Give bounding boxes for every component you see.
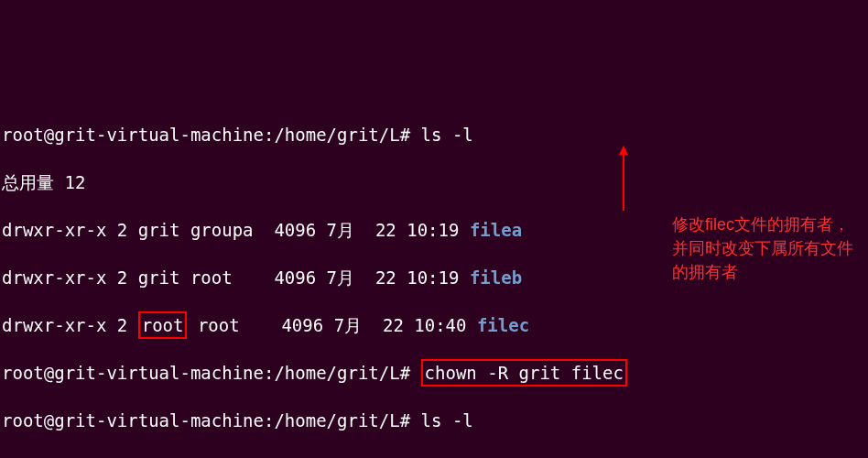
perm: drwxr-xr-x 2 grit groupa 4096 7月 22 10:1…: [2, 220, 470, 240]
annotation-text: 修改filec文件的拥有者，并同时改变下属所有文件的拥有者: [672, 213, 855, 284]
prompt-path: :/home/grit/L#: [264, 363, 410, 383]
cmd-chown-box: chown -R grit filec: [421, 359, 627, 387]
perm-pre: drwxr-xr-x 2: [2, 315, 138, 335]
line-prompt-chown: root@grit-virtual-machine:/home/grit/L# …: [2, 361, 866, 385]
perm-post: root 4096 7月 22 10:40: [187, 315, 476, 335]
owner-box: root: [138, 311, 188, 339]
prompt-path: :/home/grit/L#: [264, 125, 410, 145]
dir-name: fileb: [470, 267, 522, 288]
line-prompt-1: root@grit-virtual-machine:/home/grit/L# …: [2, 123, 866, 147]
cmd-ls: ls -l: [410, 125, 473, 145]
cmd-ls: ls -l: [410, 410, 473, 431]
dir-name: filea: [470, 220, 522, 240]
sp: [410, 363, 420, 383]
prompt-user: root@grit-virtual-machine: [2, 363, 264, 383]
line-prompt-2: root@grit-virtual-machine:/home/grit/L# …: [2, 409, 866, 432]
annotation-arrow-icon: [623, 147, 624, 211]
prompt-user: root@grit-virtual-machine: [2, 125, 264, 145]
prompt-path: :/home/grit/L#: [264, 410, 410, 431]
prompt-user: root@grit-virtual-machine: [2, 410, 264, 431]
line-filec-1: drwxr-xr-x 2 root root 4096 7月 22 10:40 …: [2, 313, 866, 337]
line-total-1: 总用量 12: [2, 170, 866, 194]
perm: drwxr-xr-x 2 grit root 4096 7月 22 10:19: [2, 267, 470, 288]
dir-name: filec: [477, 315, 529, 335]
